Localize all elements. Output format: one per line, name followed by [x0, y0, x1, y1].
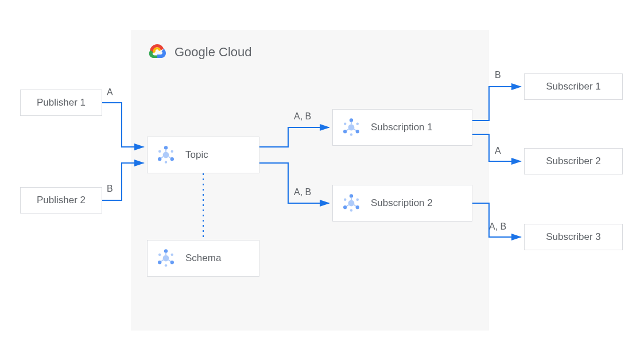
node-label: Schema	[185, 253, 221, 264]
subscription-2-node: Subscription 2	[332, 185, 472, 222]
pubsub-icon	[156, 248, 176, 269]
cloud-brand-text: Google Cloud	[174, 45, 252, 60]
node-label: Publisher 1	[37, 97, 86, 108]
google-cloud-logo-icon	[147, 42, 168, 62]
node-label: Subscriber 3	[546, 231, 600, 243]
subscription-1-node: Subscription 1	[332, 109, 472, 146]
node-label: Subscription 2	[371, 197, 433, 209]
edge-label-b: B	[107, 184, 113, 194]
subscriber-2-node: Subscriber 2	[524, 148, 623, 174]
edge-label-ab3: A, B	[489, 222, 506, 232]
cloud-region	[131, 30, 489, 331]
edge-label-b2: B	[495, 70, 501, 80]
pubsub-icon	[156, 145, 176, 165]
schema-node: Schema	[147, 240, 259, 277]
node-label: Subscriber 2	[546, 156, 600, 167]
edge-label-ab2: A, B	[294, 187, 311, 197]
node-label: Subscription 1	[371, 122, 433, 133]
node-label: Subscriber 1	[546, 81, 600, 92]
edge-label-a: A	[107, 87, 113, 98]
subscriber-1-node: Subscriber 1	[524, 73, 623, 100]
pubsub-icon	[341, 117, 362, 138]
cloud-brand: Google Cloud	[147, 42, 252, 62]
publisher-2-node: Publisher 2	[20, 187, 102, 214]
pubsub-icon	[341, 193, 362, 214]
topic-node: Topic	[147, 137, 259, 173]
node-label: Topic	[185, 149, 208, 161]
publisher-1-node: Publisher 1	[20, 90, 102, 116]
edge-label-ab1: A, B	[294, 111, 311, 122]
node-label: Publisher 2	[37, 195, 86, 206]
edge-label-a2: A	[495, 146, 501, 156]
subscriber-3-node: Subscriber 3	[524, 224, 623, 250]
